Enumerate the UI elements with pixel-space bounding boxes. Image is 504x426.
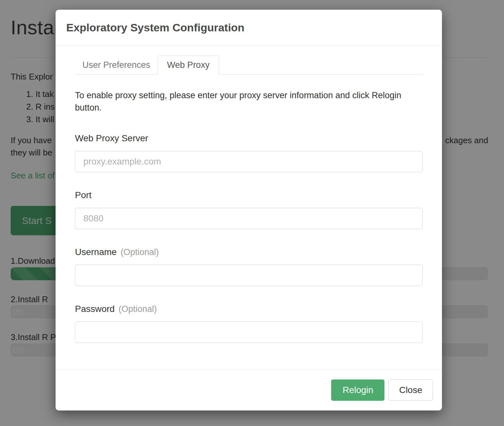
modal-title: Exploratory System Configuration (66, 21, 245, 34)
relogin-button[interactable]: Relogin (331, 379, 384, 401)
modal-body: User Preferences Web Proxy To enable pro… (56, 46, 442, 369)
password-optional-hint: (Optional) (119, 304, 157, 314)
form-group-username: Username(Optional) (75, 247, 423, 286)
modal-header: Exploratory System Configuration (56, 10, 442, 46)
close-button[interactable]: Close (388, 379, 433, 401)
port-input[interactable] (75, 208, 423, 229)
form-group-port: Port (75, 190, 423, 229)
form-group-proxy-server: Web Proxy Server (75, 133, 423, 172)
tab-web-proxy[interactable]: Web Proxy (158, 56, 219, 75)
tab-user-preferences[interactable]: User Preferences (75, 56, 158, 74)
modal-footer: Relogin Close (56, 369, 442, 410)
web-proxy-server-input[interactable] (75, 151, 423, 172)
proxy-description: To enable proxy setting, please enter yo… (75, 89, 423, 114)
username-optional-hint: (Optional) (121, 247, 159, 257)
tab-bar: User Preferences Web Proxy (75, 57, 423, 75)
form-group-password: Password(Optional) (75, 304, 423, 343)
password-input[interactable] (75, 322, 423, 343)
username-label: Username (75, 247, 117, 257)
port-label: Port (75, 190, 91, 200)
web-proxy-server-label: Web Proxy Server (75, 133, 148, 143)
system-configuration-modal: Exploratory System Configuration User Pr… (56, 10, 442, 410)
username-input[interactable] (75, 265, 423, 286)
password-label: Password (75, 304, 115, 314)
